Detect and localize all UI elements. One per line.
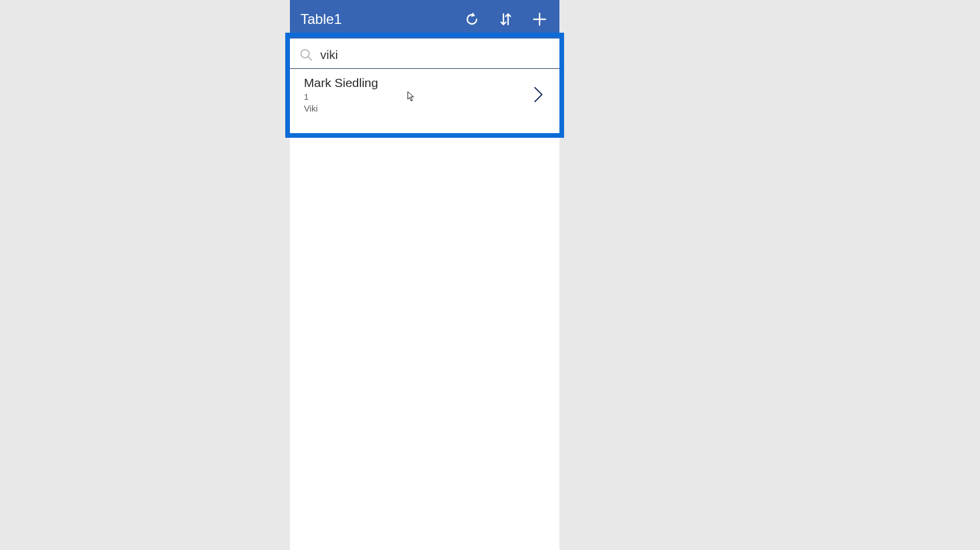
header-title: Table1: [300, 11, 463, 27]
search-icon: [298, 47, 314, 63]
sort-icon[interactable]: [496, 10, 515, 29]
list-item-line2: 1: [304, 92, 530, 102]
app-screen: Table1: [290, 0, 559, 550]
list-item[interactable]: Mark Siedling 1 Viki: [290, 69, 559, 125]
list-item-line3: Viki: [304, 103, 530, 113]
add-icon[interactable]: [530, 10, 549, 29]
header-actions: [463, 10, 552, 29]
refresh-icon[interactable]: [463, 10, 481, 29]
chevron-right-icon[interactable]: [530, 86, 547, 103]
search-row: [290, 41, 559, 69]
header-bar: Table1: [290, 0, 559, 39]
search-input[interactable]: [320, 48, 551, 62]
list-item-title: Mark Siedling: [304, 76, 530, 90]
list-item-content: Mark Siedling 1 Viki: [304, 76, 530, 113]
